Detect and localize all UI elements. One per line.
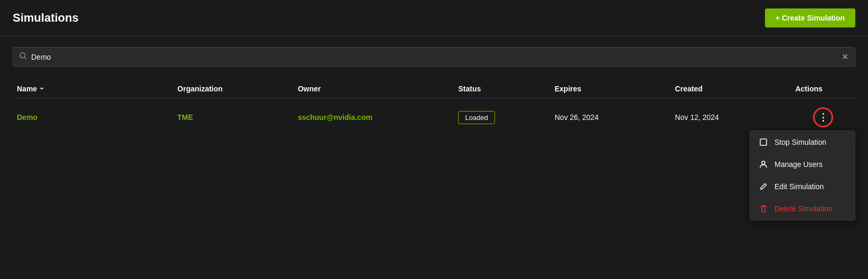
column-header-name[interactable]: Name — [13, 85, 173, 93]
main-content: ✕ Name Organization Owner Status Expires… — [0, 36, 868, 147]
manage-users-menu-item[interactable]: Manage Users — [750, 153, 855, 175]
page-title: Simulations — [13, 11, 79, 25]
cell-owner: sschuur@nvidia.com — [294, 113, 454, 122]
cell-expires: Nov 26, 2024 — [550, 113, 671, 122]
search-clear-button[interactable]: ✕ — [842, 52, 848, 62]
actions-menu-button[interactable]: ⋮ — [813, 107, 833, 127]
cell-status: Loaded — [454, 111, 550, 124]
column-header-actions: Actions — [791, 85, 855, 93]
column-header-created: Created — [671, 85, 791, 93]
svg-point-3 — [762, 161, 765, 164]
status-badge: Loaded — [458, 111, 494, 124]
trash-icon — [759, 204, 768, 213]
column-header-expires: Expires — [550, 85, 671, 93]
edit-simulation-menu-item[interactable]: Edit Simulation — [750, 175, 855, 198]
stop-icon — [759, 137, 768, 147]
actions-dropdown-menu: Stop Simulation Manage Users — [750, 131, 855, 220]
cell-name: Demo — [13, 113, 173, 122]
user-icon — [759, 160, 768, 169]
create-simulation-button[interactable]: + Create Simulation — [765, 8, 855, 27]
column-header-organization: Organization — [173, 85, 294, 93]
cell-organization: TME — [173, 113, 294, 122]
column-header-owner: Owner — [294, 85, 454, 93]
search-input[interactable] — [31, 53, 842, 61]
cell-created: Nov 12, 2024 — [671, 113, 791, 122]
cell-actions: ⋮ Stop Simulation — [791, 107, 855, 127]
search-icon — [20, 52, 27, 61]
delete-simulation-menu-item[interactable]: Delete Simulation — [750, 198, 855, 220]
column-header-status: Status — [454, 85, 550, 93]
table-row: Demo TME sschuur@nvidia.com Loaded Nov 2… — [13, 99, 855, 136]
app-header: Simulations + Create Simulation — [0, 0, 868, 36]
svg-rect-2 — [760, 139, 767, 145]
stop-simulation-menu-item[interactable]: Stop Simulation — [750, 131, 855, 153]
table-header: Name Organization Owner Status Expires C… — [13, 79, 855, 99]
simulations-table: Name Organization Owner Status Expires C… — [13, 79, 855, 136]
search-bar: ✕ — [13, 47, 855, 67]
edit-icon — [759, 182, 768, 191]
svg-line-1 — [24, 57, 26, 59]
